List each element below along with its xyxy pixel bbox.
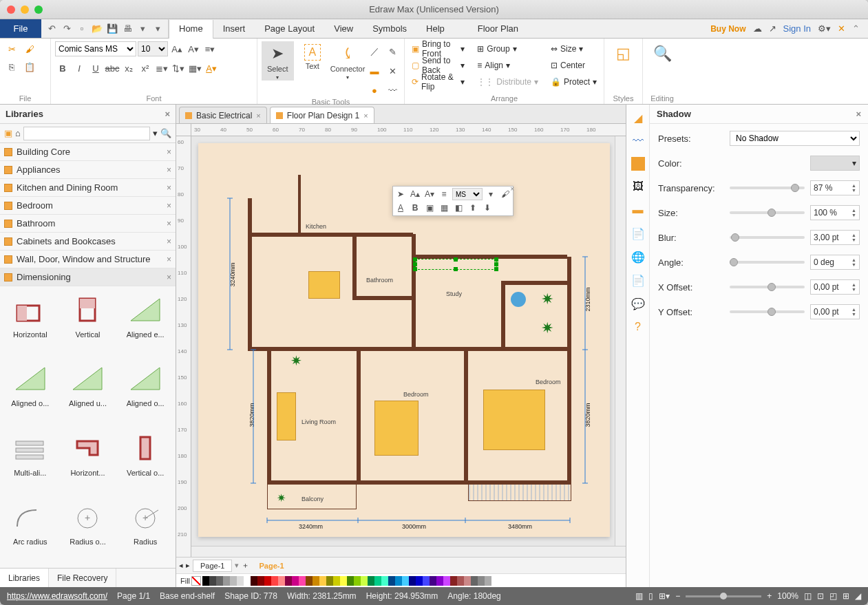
color-swatch[interactable] bbox=[402, 576, 409, 586]
mt-dropdown-icon[interactable]: ▾ bbox=[485, 188, 497, 200]
color-swatch[interactable] bbox=[257, 576, 264, 586]
color-swatch[interactable] bbox=[306, 576, 313, 586]
zoom-slider[interactable] bbox=[686, 595, 761, 597]
mt-shrink-font-icon[interactable]: A▾ bbox=[423, 188, 436, 200]
cloud-icon[interactable]: ☁ bbox=[753, 23, 762, 34]
angle-slider[interactable] bbox=[730, 261, 805, 264]
shadow-color-picker[interactable]: ▾ bbox=[810, 156, 860, 171]
prop-help-icon[interactable]: ? bbox=[631, 319, 646, 335]
color-swatch[interactable] bbox=[436, 576, 443, 586]
color-swatch[interactable] bbox=[423, 576, 430, 586]
color-swatch[interactable] bbox=[450, 576, 457, 586]
library-category[interactable]: Cabinets and Bookcases× bbox=[0, 233, 176, 251]
paste-icon[interactable]: 📋 bbox=[22, 59, 37, 74]
status-extra-icon-3[interactable]: ◰ bbox=[829, 591, 837, 601]
horizontal-ruler[interactable]: 3040506070809010011012013014015016017018… bbox=[191, 124, 626, 136]
line-spacing-icon[interactable]: ⇅▾ bbox=[171, 61, 186, 76]
strike-icon[interactable]: abc bbox=[105, 61, 120, 76]
font-size-select[interactable]: 10 bbox=[138, 41, 168, 56]
add-page-icon[interactable]: ＋ bbox=[242, 560, 249, 571]
mt-shadow-icon[interactable]: ◧ bbox=[452, 202, 465, 214]
window-zoom-icon[interactable] bbox=[34, 6, 43, 14]
bring-to-front-button[interactable]: ▣Bring to Front ▾ bbox=[409, 41, 467, 56]
export-icon[interactable]: ▾ bbox=[136, 23, 149, 35]
status-url[interactable]: https://www.edrawsoft.com/ bbox=[7, 591, 107, 601]
xoffset-slider[interactable] bbox=[730, 286, 805, 288]
library-category[interactable]: Appliances× bbox=[0, 161, 176, 179]
shape-stencil[interactable]: +Radius o... bbox=[61, 499, 116, 558]
color-swatch[interactable] bbox=[271, 576, 278, 586]
color-swatch[interactable] bbox=[319, 576, 326, 586]
mt-select-icon[interactable]: ➤ bbox=[394, 188, 407, 200]
circle-shape-icon[interactable]: ● bbox=[367, 83, 382, 98]
pencil-tool-icon[interactable]: ✎ bbox=[385, 44, 400, 59]
mt-fill-icon[interactable]: ▣ bbox=[423, 202, 436, 214]
tab-insert[interactable]: Insert bbox=[213, 19, 255, 38]
prop-line-icon[interactable]: 〰 bbox=[631, 134, 646, 149]
color-swatch[interactable] bbox=[244, 576, 251, 586]
print-icon[interactable]: 🖶 bbox=[121, 23, 134, 35]
open-icon[interactable]: 📂 bbox=[91, 23, 103, 35]
color-swatch[interactable] bbox=[381, 576, 388, 586]
text-position-icon[interactable]: ▦▾ bbox=[187, 61, 202, 76]
color-swatch[interactable] bbox=[368, 576, 374, 586]
color-swatch[interactable] bbox=[285, 576, 292, 586]
window-close-icon[interactable] bbox=[7, 6, 15, 14]
mt-align-icon[interactable]: ≡ bbox=[438, 188, 450, 200]
color-swatch[interactable] bbox=[202, 576, 209, 586]
selected-shape[interactable] bbox=[414, 259, 497, 270]
align-button[interactable]: ≡Align ▾ bbox=[474, 58, 541, 73]
document-tab[interactable]: Floor Plan Design 1× bbox=[270, 107, 374, 123]
library-category[interactable]: Bathroom× bbox=[0, 215, 176, 233]
bed-2[interactable] bbox=[483, 390, 545, 450]
align-button-icon[interactable]: ≡▾ bbox=[202, 41, 218, 56]
library-category[interactable]: Dimensioning× bbox=[0, 268, 176, 286]
subscript-icon[interactable]: x₂ bbox=[121, 61, 136, 76]
mt-line-icon[interactable]: ▦ bbox=[438, 202, 450, 214]
library-category[interactable]: Wall, Door, Window and Structure× bbox=[0, 251, 176, 268]
color-swatch[interactable] bbox=[409, 576, 416, 586]
mt-font-select[interactable]: MS bbox=[452, 188, 483, 200]
shrink-font-icon[interactable]: A▾ bbox=[186, 41, 201, 56]
color-swatch[interactable] bbox=[230, 576, 237, 586]
mt-fontcolor-icon[interactable]: A bbox=[394, 202, 407, 214]
size-button[interactable]: ⇔Size ▾ bbox=[548, 41, 600, 56]
horizontal-scrollbar[interactable] bbox=[191, 546, 626, 557]
redo-icon[interactable]: ↷ bbox=[61, 23, 73, 35]
mt-sendback-icon[interactable]: ⬇ bbox=[481, 202, 494, 214]
status-extra-icon-4[interactable]: ⊞ bbox=[843, 591, 849, 601]
color-swatch[interactable] bbox=[251, 576, 257, 586]
rect-shape-icon[interactable]: ▬ bbox=[367, 63, 382, 78]
tab-page-layout[interactable]: Page Layout bbox=[255, 19, 324, 38]
shape-stencil[interactable]: Aligned e... bbox=[118, 292, 173, 351]
search-icon[interactable]: 🔍 bbox=[160, 128, 171, 138]
prop-picture-icon[interactable]: 🖼 bbox=[631, 179, 646, 194]
left-tab-file-recovery[interactable]: File Recovery bbox=[49, 569, 116, 587]
app-logo-icon[interactable]: ✕ bbox=[838, 23, 845, 34]
tab-symbols[interactable]: Symbols bbox=[363, 19, 416, 38]
editing-button[interactable]: 🔍 bbox=[647, 41, 677, 63]
tab-view[interactable]: View bbox=[324, 19, 363, 38]
prop-layer-icon[interactable]: ▬ bbox=[631, 202, 646, 217]
underline-icon[interactable]: U bbox=[88, 61, 103, 76]
document-tab[interactable]: Basic Electrical× bbox=[179, 107, 267, 123]
color-swatch[interactable] bbox=[278, 576, 285, 586]
page-tab[interactable]: Page-1 bbox=[193, 560, 232, 572]
tab-home[interactable]: Home bbox=[169, 20, 213, 39]
rotate-flip-button[interactable]: ⟳Rotate & Flip ▾ bbox=[409, 74, 467, 89]
color-swatch[interactable] bbox=[471, 576, 478, 586]
prop-note-icon[interactable]: 📄 bbox=[631, 273, 646, 288]
prop-shadow-icon[interactable] bbox=[631, 157, 645, 171]
prop-comment-icon[interactable]: 💬 bbox=[631, 296, 646, 311]
color-swatch[interactable] bbox=[430, 576, 436, 586]
center-button[interactable]: ⊡Center bbox=[548, 58, 600, 73]
shape-stencil[interactable]: Arc radius bbox=[3, 499, 58, 558]
color-swatch[interactable] bbox=[374, 576, 381, 586]
yoffset-value[interactable]: 0,00 pt▲▼ bbox=[810, 304, 860, 319]
qat-more-icon[interactable]: ▾ bbox=[151, 23, 164, 35]
vertical-ruler[interactable]: 6070809010011012013014015016017018019020… bbox=[176, 136, 191, 557]
status-extra-icon-2[interactable]: ⊡ bbox=[817, 591, 824, 601]
connector-tool[interactable]: ⤹ Connector ▾ bbox=[331, 41, 364, 81]
mt-close-icon[interactable]: × bbox=[510, 185, 514, 193]
collapse-ribbon-icon[interactable]: ⌃ bbox=[852, 23, 860, 34]
